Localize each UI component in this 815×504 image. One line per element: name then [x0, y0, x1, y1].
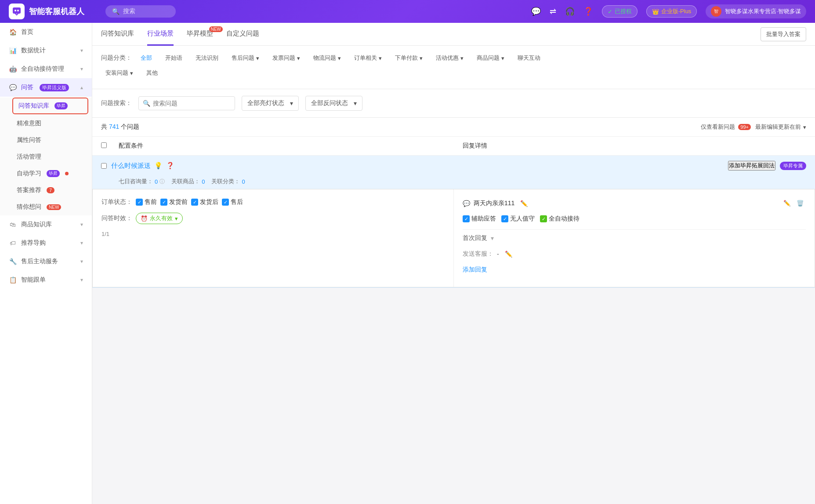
sidebar-item-after-sale[interactable]: 🔧 售后主动服务 ▾: [0, 252, 92, 271]
chevron-icon-7: ▾: [501, 55, 504, 62]
sidebar: 🏠 首页 📊 数据统计 ▾ 🤖 全自动接待管理 ▾ 💬 问答 毕昇活义版 ▴: [0, 23, 92, 504]
sidebar-item-smart-order[interactable]: 📋 智能跟单 ▾: [0, 271, 92, 289]
search-bar[interactable]: 🔍 搜索: [105, 5, 176, 18]
new-questions-check[interactable]: 仅查看新问题 99+: [701, 123, 751, 131]
filter-start[interactable]: 开始语: [161, 52, 187, 64]
validity-tag[interactable]: ⏰ 永久有效 ▾: [136, 213, 183, 224]
cb-assist[interactable]: 辅助应答: [463, 215, 496, 223]
new-questions-label: 仅查看新问题: [701, 123, 735, 131]
cb-full-auto[interactable]: 全自动接待: [540, 215, 580, 223]
sidebar-sub-item-activity[interactable]: 活动管理: [0, 149, 92, 165]
filter-product[interactable]: 商品问题 ▾: [472, 52, 509, 64]
user-badge[interactable]: 智 智晓多谋水果专营店·智晓多谋: [706, 4, 806, 18]
chevron-icon-5: ▾: [420, 55, 423, 62]
svg-point-1: [14, 10, 16, 11]
tab-industry[interactable]: 行业场景: [147, 23, 174, 46]
answer-rec-label: 答案推荐: [17, 186, 41, 194]
auto-learn-label: 自动学习: [17, 170, 41, 178]
reply-dropdown[interactable]: 全部反问状态 ▾: [305, 96, 362, 111]
status-dropdown[interactable]: 全部亮灯状态 ▾: [242, 96, 299, 111]
attr-qa-label: 属性问答: [17, 136, 41, 144]
send-edit-icon[interactable]: ✏️: [505, 250, 512, 257]
sidebar-sub-item-guess[interactable]: 猜你想问 NEW: [0, 199, 92, 215]
chat-icon[interactable]: 💬: [531, 7, 541, 16]
sidebar-label-qa: 问答: [21, 83, 33, 91]
first-reply-expand-icon[interactable]: ▾: [491, 235, 494, 242]
question-actions: 添加毕昇拓展回法 毕昇专属: [728, 161, 806, 170]
filter-invoice[interactable]: 发票问题 ▾: [268, 52, 304, 64]
knowledge-badge: 毕昇: [54, 102, 68, 109]
delete-reply-button[interactable]: 🗑️: [795, 198, 806, 208]
send-value: -: [497, 250, 499, 257]
sidebar-item-data[interactable]: 📊 数据统计 ▾: [0, 41, 92, 60]
authorized-label: 已授权: [615, 7, 632, 15]
add-reply-button[interactable]: 添加回复: [463, 261, 806, 278]
tab-qa-knowledge[interactable]: 问答知识库: [101, 23, 134, 46]
search-row: 问题搜索： 🔍 全部亮灯状态 ▾ 全部反问状态 ▾: [92, 89, 815, 118]
sidebar-sub-item-attr-qa[interactable]: 属性问答: [0, 132, 92, 149]
related-category: 关联分类： 0: [211, 178, 245, 185]
sidebar-label-home: 首页: [21, 28, 33, 36]
cb-after-sale[interactable]: 售后: [222, 198, 243, 206]
help-icon[interactable]: ❓: [583, 7, 593, 16]
search-input[interactable]: [138, 96, 235, 110]
cb-full-auto-icon: [540, 215, 547, 222]
filter-chat[interactable]: 聊天互动: [513, 52, 545, 64]
sidebar-item-product-kb[interactable]: 🛍 商品知识库 ▾: [0, 215, 92, 234]
transfer-icon[interactable]: ⇌: [550, 7, 556, 16]
reply-action-buttons: ✏️ 🗑️: [782, 198, 806, 208]
question-row-header[interactable]: 什么时候派送 💡 ❓ 添加毕昇拓展回法 毕昇专属: [92, 156, 815, 176]
chevron-icon-2: ▾: [297, 55, 300, 62]
filter-all[interactable]: 全部: [136, 52, 156, 64]
enterprise-badge[interactable]: 👑 企业版-Plus: [646, 5, 697, 18]
tab-bisheng[interactable]: 毕昇模型 NEW: [187, 23, 213, 46]
filter-order[interactable]: 订单相关 ▾: [350, 52, 386, 64]
filter-logistics[interactable]: 物流问题 ▾: [309, 52, 345, 64]
chevron-icon: ▾: [256, 55, 259, 62]
content: 问答知识库 行业场景 毕昇模型 NEW 自定义问题 批量导入答案 问题分类： 全…: [92, 23, 815, 504]
user-avatar: 智: [711, 6, 721, 17]
product-kb-label: 商品知识库: [21, 221, 52, 228]
detail-left: 订单状态： 售前 发货前: [93, 189, 454, 287]
cb-after-ship[interactable]: 发货后: [191, 198, 218, 206]
filter-other[interactable]: 其他: [142, 67, 162, 79]
sidebar-sub-item-answer-rec[interactable]: 答案推荐 7: [0, 182, 92, 199]
question-row: 什么时候派送 💡 ❓ 添加毕昇拓展回法 毕昇专属 七日咨询量： 0: [92, 156, 815, 288]
filter-promo[interactable]: 活动优惠 ▾: [431, 52, 468, 64]
filter-aftersale[interactable]: 售后问题 ▾: [227, 52, 264, 64]
filter-row-2: 安装问题 ▾ 其他: [101, 67, 806, 79]
chevron-down-icon-status: ▾: [290, 100, 293, 107]
sort-dropdown[interactable]: 最新编辑更新在前 ▾: [755, 123, 806, 131]
cb-unattended[interactable]: 无人值守: [501, 215, 535, 223]
activity-label: 活动管理: [17, 153, 41, 161]
filter-payment[interactable]: 下单付款 ▾: [391, 52, 427, 64]
sidebar-sub-item-intent[interactable]: 精准意图: [0, 115, 92, 132]
sidebar-item-auto[interactable]: 🤖 全自动接待管理 ▾: [0, 60, 92, 78]
add-bisheng-button[interactable]: 添加毕昇拓展回法: [728, 161, 775, 170]
filter-install[interactable]: 安装问题 ▾: [101, 67, 138, 79]
cb-before-sale[interactable]: 售前: [136, 198, 157, 206]
search-label: 搜索: [123, 7, 135, 15]
batch-import-button[interactable]: 批量导入答案: [761, 27, 806, 41]
sidebar-sub-item-knowledge[interactable]: 问答知识库 毕昇: [12, 98, 88, 114]
question-checkbox[interactable]: [101, 163, 107, 169]
authorized-badge[interactable]: ✓ 已授权: [602, 5, 638, 18]
new-questions-badge: 99+: [738, 124, 751, 130]
cb-before-ship-icon: [160, 199, 167, 206]
app-container: 智能客服机器人 🔍 搜索 💬 ⇌ 🎧 ❓ ✓ 已授权 👑 企业版-Plus 智 …: [0, 0, 815, 504]
chevron-down-icon-2: ▾: [80, 66, 83, 72]
svg-point-2: [17, 10, 19, 11]
filter-unrecog[interactable]: 无法识别: [191, 52, 223, 64]
tab-custom[interactable]: 自定义问题: [226, 23, 259, 46]
sidebar-sub-item-auto-learn[interactable]: 自动学习 毕昇: [0, 165, 92, 182]
sidebar-item-home[interactable]: 🏠 首页: [0, 23, 92, 41]
sidebar-item-qa[interactable]: 💬 问答 毕昇活义版 ▴: [0, 78, 92, 97]
edit-reply-name-icon[interactable]: ✏️: [520, 200, 528, 207]
cb-before-ship[interactable]: 发货前: [160, 198, 188, 206]
edit-reply-button[interactable]: ✏️: [782, 198, 793, 208]
list-header: 共 741 个问题 仅查看新问题 99+ 最新编辑更新在前 ▾: [92, 118, 815, 137]
sidebar-item-recommend[interactable]: 🏷 推荐导购 ▾: [0, 234, 92, 252]
cb-before-sale-icon: [136, 199, 143, 206]
headset-icon[interactable]: 🎧: [565, 7, 575, 16]
select-all-checkbox[interactable]: [101, 142, 107, 148]
